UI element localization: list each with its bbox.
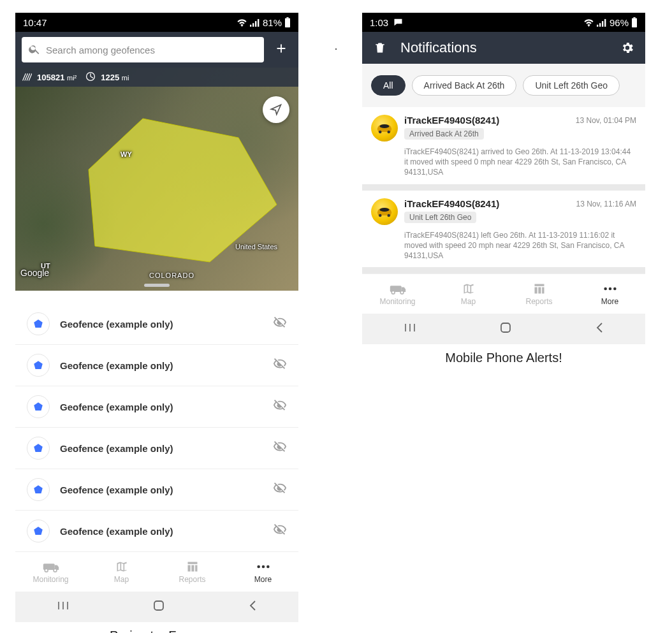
chip-left[interactable]: Unit Left 26th Geo bbox=[523, 75, 620, 96]
bullet-dot: · bbox=[334, 42, 337, 55]
geofence-label: Geofence (example only) bbox=[60, 443, 263, 454]
notification-tag: Unit Left 26th Geo bbox=[404, 212, 476, 223]
delete-button[interactable] bbox=[372, 40, 388, 55]
geofence-item[interactable]: Geofence (example only) bbox=[15, 386, 298, 428]
sheet-handle[interactable] bbox=[144, 284, 170, 287]
status-time: 10:47 bbox=[23, 17, 47, 28]
map-view[interactable]: WY UT COLORADO United States Google 1058… bbox=[15, 68, 298, 291]
locate-button[interactable] bbox=[263, 96, 289, 123]
notification-card[interactable]: iTrackEF4940S(8241) Unit Left 26th Geo 1… bbox=[362, 191, 645, 268]
svg-point-34 bbox=[380, 124, 390, 128]
more-icon bbox=[256, 560, 270, 573]
tab-reports[interactable]: Reports bbox=[157, 552, 228, 592]
notification-time: 13 Nov, 11:16 AM bbox=[576, 200, 637, 225]
home-button[interactable] bbox=[499, 321, 512, 337]
geofence-item[interactable]: Geofence (example only) bbox=[15, 345, 298, 386]
polygon-icon bbox=[27, 478, 50, 501]
recent-apps-button[interactable] bbox=[57, 600, 69, 613]
visibility-off-icon[interactable] bbox=[273, 481, 287, 498]
search-input[interactable]: Search among geofences bbox=[22, 37, 264, 62]
settings-button[interactable] bbox=[620, 40, 635, 55]
svg-marker-8 bbox=[34, 319, 43, 328]
caption-left: Perimeter Fence (Polygon,Circle,Square,L… bbox=[15, 627, 298, 633]
signal-icon bbox=[597, 18, 607, 27]
svg-point-22 bbox=[261, 565, 265, 568]
svg-point-21 bbox=[257, 565, 260, 568]
svg-point-36 bbox=[388, 131, 391, 134]
svg-point-23 bbox=[267, 565, 270, 568]
svg-point-49 bbox=[613, 287, 617, 290]
svg-point-47 bbox=[604, 287, 607, 290]
tab-label: Monitoring bbox=[379, 297, 415, 306]
area-value: 105821 bbox=[37, 73, 64, 82]
svg-rect-20 bbox=[195, 565, 197, 571]
svg-point-41 bbox=[391, 291, 395, 294]
visibility-off-icon[interactable] bbox=[273, 357, 287, 374]
back-button[interactable] bbox=[248, 600, 257, 614]
radius-icon bbox=[85, 71, 96, 84]
svg-rect-29 bbox=[599, 23, 601, 27]
tab-map[interactable]: Map bbox=[86, 552, 157, 592]
map-metrics-bar: 105821 mi² 1225 mi bbox=[15, 68, 298, 87]
svg-rect-5 bbox=[285, 18, 290, 27]
add-geofence-button[interactable] bbox=[270, 40, 292, 60]
geofence-toolbar: Search among geofences bbox=[15, 32, 298, 68]
tab-map[interactable]: Map bbox=[433, 274, 504, 314]
phone-notifications: 1:03 96% Notifications All bbox=[362, 13, 645, 344]
search-icon bbox=[28, 43, 41, 57]
visibility-off-icon[interactable] bbox=[273, 440, 287, 456]
tab-reports[interactable]: Reports bbox=[504, 274, 574, 314]
chat-icon bbox=[393, 18, 403, 27]
svg-rect-53 bbox=[501, 323, 510, 332]
notification-card[interactable]: iTrackEF4940S(8241) Arrived Back At 26th… bbox=[362, 107, 645, 184]
reports-icon bbox=[533, 282, 546, 295]
svg-rect-28 bbox=[597, 24, 598, 26]
polygon-icon bbox=[27, 437, 50, 460]
radius-value: 1225 bbox=[101, 73, 119, 82]
battery-icon bbox=[631, 17, 638, 27]
svg-rect-27 bbox=[154, 601, 163, 610]
notification-tag: Arrived Back At 26th bbox=[404, 128, 484, 140]
chip-all[interactable]: All bbox=[371, 75, 405, 96]
svg-marker-9 bbox=[34, 361, 43, 369]
tab-label: Reports bbox=[525, 297, 552, 306]
recent-apps-button[interactable] bbox=[404, 323, 416, 335]
svg-rect-4 bbox=[286, 17, 288, 18]
tab-monitoring[interactable]: Monitoring bbox=[15, 552, 86, 592]
visibility-off-icon[interactable] bbox=[273, 398, 287, 415]
more-icon bbox=[603, 282, 617, 295]
svg-rect-32 bbox=[633, 17, 635, 18]
tab-monitoring[interactable]: Monitoring bbox=[362, 274, 433, 314]
status-bar: 1:03 96% bbox=[362, 13, 645, 32]
geofence-label: Geofence (example only) bbox=[60, 402, 263, 412]
geofence-item[interactable]: Geofence (example only) bbox=[15, 428, 298, 469]
caption-line1: Perimeter Fence bbox=[15, 627, 298, 633]
visibility-off-icon[interactable] bbox=[273, 523, 287, 539]
geofence-polygon bbox=[15, 68, 298, 291]
svg-point-38 bbox=[379, 214, 382, 217]
tab-more[interactable]: More bbox=[574, 274, 645, 314]
signal-icon bbox=[250, 18, 260, 27]
svg-marker-12 bbox=[34, 485, 43, 493]
home-button[interactable] bbox=[152, 599, 165, 615]
svg-rect-17 bbox=[187, 562, 197, 564]
back-button[interactable] bbox=[595, 322, 604, 336]
search-placeholder: Search among geofences bbox=[46, 45, 155, 55]
radius-unit: mi bbox=[122, 74, 129, 82]
geofence-item[interactable]: Geofence (example only) bbox=[15, 469, 298, 511]
visibility-off-icon[interactable] bbox=[273, 316, 287, 332]
svg-rect-0 bbox=[250, 24, 251, 26]
polygon-icon bbox=[27, 312, 50, 335]
geofence-label: Geofence (example only) bbox=[60, 360, 263, 371]
svg-point-15 bbox=[45, 569, 48, 572]
chip-arrived[interactable]: Arrived Back At 26th bbox=[412, 75, 517, 96]
geofence-item[interactable]: Geofence (example only) bbox=[15, 511, 298, 551]
tab-more[interactable]: More bbox=[228, 552, 298, 592]
map-icon bbox=[115, 560, 129, 573]
android-nav bbox=[15, 592, 298, 622]
svg-rect-44 bbox=[534, 287, 537, 293]
geofence-item[interactable]: Geofence (example only) bbox=[15, 303, 298, 345]
area-icon bbox=[22, 71, 32, 84]
svg-point-39 bbox=[388, 214, 391, 217]
svg-rect-2 bbox=[255, 21, 256, 27]
